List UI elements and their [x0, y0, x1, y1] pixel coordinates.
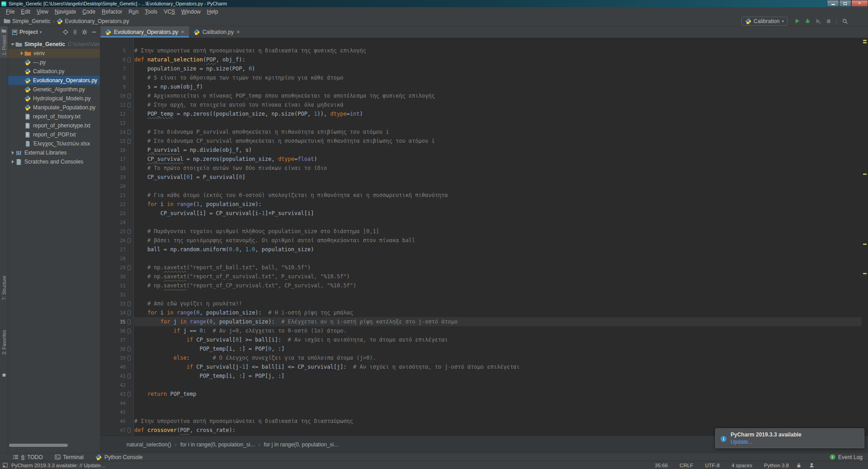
- tree-item-report-of-pop-txt[interactable]: report_of_POP.txt: [8, 130, 100, 139]
- fold-marker-icon[interactable]: [126, 392, 132, 397]
- chevron-expanded-icon[interactable]: [10, 42, 15, 47]
- line-number[interactable]: 25: [120, 229, 126, 234]
- line-number[interactable]: 47: [120, 427, 126, 433]
- collapse-all-icon[interactable]: [72, 29, 78, 35]
- code-line-11[interactable]: # Στην αρχή, τα στοιχεία αυτού του πίνακ…: [134, 100, 862, 109]
- code-line-37[interactable]: if CP_survival[0] >= ball[i]: # Αν ισχύε…: [134, 335, 862, 344]
- code-breadcrumb-item[interactable]: natural_selection(): [127, 441, 171, 448]
- gutter-line-22[interactable]: 22: [100, 200, 133, 209]
- chevron-collapsed-icon[interactable]: [19, 51, 24, 56]
- tree-item-venv[interactable]: venv: [8, 49, 100, 58]
- gutter-line-19[interactable]: 19: [100, 173, 133, 182]
- gutter-line-46[interactable]: 46: [100, 417, 133, 426]
- editor-tab-calibation-py[interactable]: Calibation.py×: [189, 26, 245, 38]
- locate-icon[interactable]: [62, 29, 69, 35]
- breadcrumb-item[interactable]: Simple_Genetic: [4, 18, 51, 24]
- line-number[interactable]: 18: [120, 165, 126, 171]
- debug-button[interactable]: [802, 17, 813, 26]
- line-number[interactable]: 22: [120, 202, 126, 207]
- line-number[interactable]: 17: [120, 156, 126, 162]
- code-line-18[interactable]: # Το πρώτο στοιχείο αυτών των δύο πινάκω…: [134, 164, 862, 173]
- fold-marker-icon[interactable]: [126, 103, 132, 108]
- code-editor[interactable]: # Στην υπορουτίνα αυτή προσομοιώνεται η …: [134, 38, 862, 436]
- menu-code[interactable]: Code: [79, 8, 99, 16]
- code-line-7[interactable]: population_size = np.size(POP, 0): [134, 64, 862, 73]
- code-line-14[interactable]: # Στο διάνυσμα P_survival αποθηκεύεται η…: [134, 127, 862, 136]
- line-number[interactable]: 31: [120, 283, 126, 289]
- line-number[interactable]: 33: [120, 301, 126, 307]
- gutter-line-24[interactable]: 24: [100, 218, 133, 227]
- tree-item-scratches-and-consoles[interactable]: Scratches and Consoles: [8, 157, 100, 166]
- fold-marker-icon[interactable]: [126, 356, 132, 361]
- tool-window-tab-favorites[interactable]: 2: Favorites: [0, 330, 8, 355]
- fold-marker-icon[interactable]: [126, 319, 132, 324]
- code-line-38[interactable]: POP_temp[i, :] = POP[0, :]: [134, 344, 862, 353]
- code-line-24[interactable]: [134, 218, 862, 227]
- code-line-33[interactable]: # Από εδώ γυρίζει η ρουλέτα!!: [134, 299, 862, 308]
- gutter-line-39[interactable]: 39: [100, 353, 133, 362]
- warning-stripe-mark[interactable]: [863, 40, 867, 41]
- line-number[interactable]: 42: [120, 382, 126, 388]
- line-number[interactable]: 27: [120, 247, 126, 253]
- line-number[interactable]: 13: [120, 120, 126, 126]
- run-with-coverage-button[interactable]: [813, 17, 823, 26]
- gear-icon[interactable]: [81, 29, 88, 35]
- fold-marker-icon[interactable]: [126, 94, 132, 98]
- warning-stripe-mark[interactable]: [863, 273, 867, 274]
- line-number[interactable]: 30: [120, 274, 126, 280]
- gutter-line-23[interactable]: 23: [100, 209, 133, 218]
- code-line-5[interactable]: # Στην υπορουτίνα αυτή προσομοιώνεται η …: [134, 46, 862, 55]
- code-line-19[interactable]: CP_survival[0] = P_survival[0]: [134, 173, 862, 182]
- gutter-line-27[interactable]: 27: [100, 245, 133, 254]
- tree-item-evolutionary-operators-py[interactable]: Evolutionary_Operators.py: [8, 76, 100, 85]
- gutter-line-29[interactable]: 29: [100, 263, 133, 272]
- code-line-10[interactable]: # Αρχικοποιείται ο πίνακας POP_temp όπου…: [134, 91, 862, 100]
- code-line-32[interactable]: [134, 290, 862, 299]
- code-line-28[interactable]: [134, 254, 862, 263]
- code-line-29[interactable]: # np.savetxt("report_of_ball.txt", ball,…: [134, 263, 862, 272]
- run-button[interactable]: [792, 17, 802, 26]
- code-line-42[interactable]: [134, 380, 862, 389]
- project-panel-title[interactable]: Project: [19, 29, 38, 35]
- close-button[interactable]: ×: [851, 0, 868, 7]
- tree-item-calibation-py[interactable]: Calibation.py: [8, 67, 100, 76]
- editor-gutter[interactable]: 5678910111213141516171819202122232425262…: [100, 38, 134, 436]
- code-line-26[interactable]: # βάσει της ομοιόμορφης κατανομής. Οι αρ…: [134, 236, 862, 245]
- line-number[interactable]: 20: [120, 183, 126, 189]
- stop-button[interactable]: [823, 17, 834, 26]
- warning-stripe-mark[interactable]: [863, 244, 867, 245]
- hide-panel-icon[interactable]: [91, 29, 97, 35]
- gutter-line-36[interactable]: 36: [100, 326, 133, 335]
- code-line-15[interactable]: # Στο διάνυσμα CP_survival αποθηκεύεται …: [134, 136, 862, 145]
- gutter-line-41[interactable]: 41: [100, 371, 133, 380]
- code-line-35[interactable]: for j in range(0, population_size): # Ελ…: [134, 317, 862, 326]
- line-number[interactable]: 16: [120, 147, 126, 153]
- maximize-button[interactable]: [839, 0, 851, 7]
- gutter-line-44[interactable]: 44: [100, 399, 133, 408]
- line-number[interactable]: 9: [123, 84, 126, 90]
- fold-marker-icon[interactable]: [126, 301, 132, 306]
- line-number[interactable]: 14: [120, 129, 126, 135]
- tab-close-icon[interactable]: ×: [236, 29, 240, 35]
- gutter-line-32[interactable]: 32: [100, 290, 133, 299]
- gutter-line-37[interactable]: 37: [100, 335, 133, 344]
- event-log-button[interactable]: 1Event Log: [830, 454, 863, 460]
- code-line-43[interactable]: return POP_temp: [134, 389, 862, 399]
- status-message-area[interactable]: PyCharm 2019.3.3 available: // Update...: [3, 463, 105, 468]
- code-line-17[interactable]: CP_survival = np.zeros(population_size, …: [134, 155, 862, 164]
- tree-item-manipulate-population-py[interactable]: Manipulate_Population.py: [8, 103, 100, 112]
- line-number[interactable]: 40: [120, 364, 126, 370]
- line-number[interactable]: 28: [120, 256, 126, 262]
- line-number[interactable]: 44: [120, 400, 126, 406]
- gutter-line-30[interactable]: 30: [100, 272, 133, 281]
- editor-tab-evolutionary-operators-py[interactable]: Evolutionary_Operators.py×: [100, 26, 189, 38]
- code-line-41[interactable]: POP_temp[i, :] = POP[j, :]: [134, 371, 862, 380]
- gutter-line-21[interactable]: 21: [100, 191, 133, 200]
- tool-window-button-6-todo[interactable]: 6: TODO: [13, 454, 43, 460]
- gutter-line-18[interactable]: 18: [100, 164, 133, 173]
- fold-marker-icon[interactable]: [126, 328, 132, 333]
- tab-close-icon[interactable]: ×: [181, 29, 184, 35]
- chevron-collapsed-icon[interactable]: [10, 159, 15, 164]
- code-line-6[interactable]: def natural_selection(POP, obj_f):: [134, 55, 862, 64]
- gutter-line-9[interactable]: 9: [100, 82, 133, 91]
